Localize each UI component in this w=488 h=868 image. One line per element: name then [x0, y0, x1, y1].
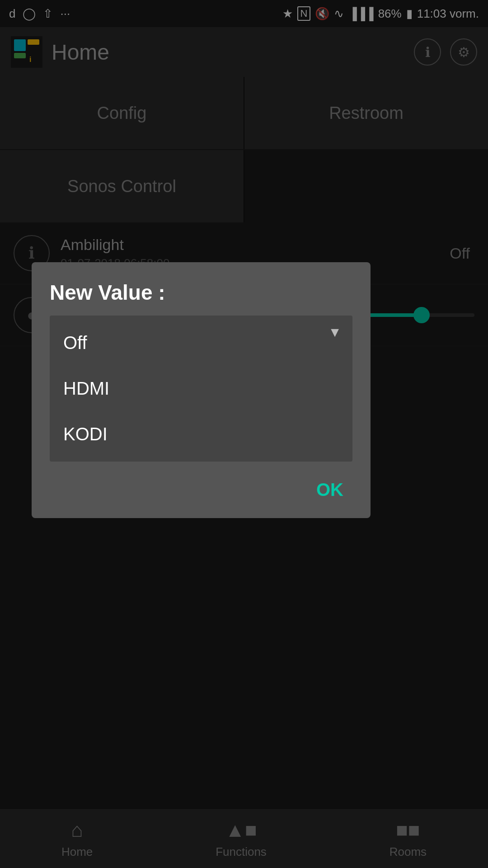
dropdown-container[interactable]: ▼ Off HDMI KODI: [50, 316, 352, 462]
dropdown-option-hdmi[interactable]: HDMI: [50, 366, 352, 411]
ok-button[interactable]: OK: [307, 475, 352, 505]
dropdown-option-kodi[interactable]: KODI: [50, 411, 352, 457]
dialog-actions: OK: [50, 475, 352, 505]
dropdown-items: Off HDMI KODI: [50, 316, 352, 462]
dropdown-arrow-icon: ▼: [328, 325, 342, 340]
dialog-title: New Value :: [50, 280, 352, 305]
dropdown-option-off[interactable]: Off: [50, 320, 352, 366]
new-value-dialog: New Value : ▼ Off HDMI KODI OK: [32, 262, 371, 518]
